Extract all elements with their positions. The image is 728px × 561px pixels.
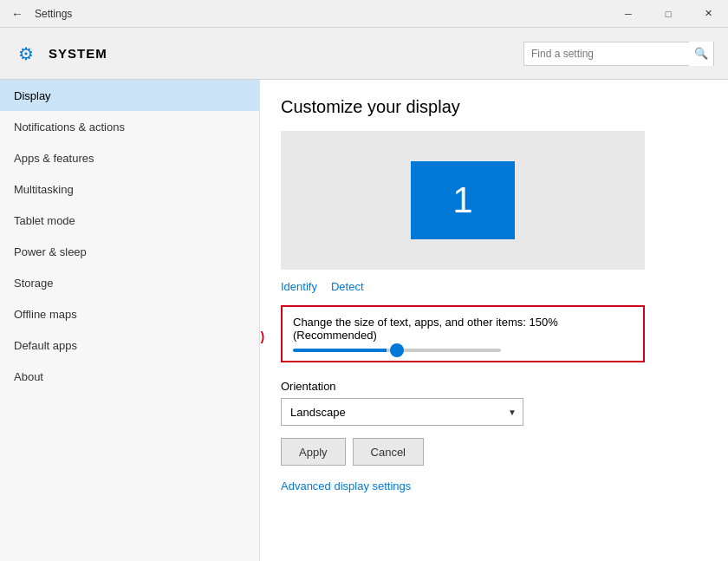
sidebar-item-label: Default apps	[14, 339, 77, 352]
orientation-select[interactable]: Landscape Portrait Landscape (flipped) P…	[281, 398, 523, 426]
minimize-button[interactable]: ─	[608, 0, 648, 28]
sidebar-item-label: Storage	[14, 277, 54, 290]
scale-label: Change the size of text, apps, and other…	[293, 316, 633, 342]
content-area: Customize your display 1 Identify Detect…	[260, 80, 728, 561]
main-layout: Display Notifications & actions Apps & f…	[0, 80, 728, 561]
restore-button[interactable]: □	[648, 0, 688, 28]
sidebar-item-label: Multitasking	[14, 183, 74, 196]
gear-icon: ⚙	[14, 42, 38, 66]
sidebar-item-display[interactable]: Display	[0, 80, 259, 111]
detect-link[interactable]: Detect	[331, 280, 364, 293]
identify-link[interactable]: Identify	[281, 280, 317, 293]
apply-button[interactable]: Apply	[281, 438, 346, 466]
sidebar-item-label: Tablet mode	[14, 214, 75, 227]
titlebar-title: Settings	[35, 8, 72, 20]
display-preview: 1	[281, 131, 645, 270]
header-left: ⚙ SYSTEM	[14, 42, 107, 66]
titlebar-left: ← Settings	[7, 3, 72, 24]
search-box[interactable]: 🔍	[523, 42, 714, 66]
close-button[interactable]: ✕	[688, 0, 728, 28]
search-input[interactable]	[524, 48, 689, 60]
sidebar-item-label: Notifications & actions	[14, 121, 125, 134]
search-button[interactable]: 🔍	[689, 42, 713, 66]
sidebar-item-storage[interactable]: Storage	[0, 267, 259, 298]
advanced-display-link[interactable]: Advanced display settings	[281, 479, 411, 493]
annotation-label: (2)	[260, 329, 264, 343]
page-title: Customize your display	[281, 97, 707, 117]
titlebar-controls: ─ □ ✕	[608, 0, 728, 28]
sidebar-item-about[interactable]: About	[0, 361, 259, 392]
sidebar-item-label: About	[14, 370, 43, 383]
sidebar-item-power[interactable]: Power & sleep	[0, 236, 259, 267]
titlebar: ← Settings ─ □ ✕	[0, 0, 728, 28]
sidebar-item-multitasking[interactable]: Multitasking	[0, 173, 259, 205]
orientation-label: Orientation	[281, 380, 645, 393]
sidebar-item-label: Apps & features	[14, 152, 94, 165]
cancel-button[interactable]: Cancel	[353, 438, 424, 466]
sidebar-item-label: Power & sleep	[14, 245, 87, 258]
sidebar-item-notifications[interactable]: Notifications & actions	[0, 111, 259, 142]
scale-slider[interactable]	[293, 349, 501, 352]
scale-section: Change the size of text, apps, and other…	[281, 305, 645, 362]
sidebar-item-tablet[interactable]: Tablet mode	[0, 205, 259, 236]
sidebar-item-label: Offline maps	[14, 308, 77, 321]
sidebar-item-default-apps[interactable]: Default apps	[0, 329, 259, 361]
monitor-box: 1	[411, 161, 515, 239]
orientation-section: Orientation Landscape Portrait Landscape…	[281, 380, 645, 426]
links-row: Identify Detect	[281, 280, 707, 293]
sidebar-item-apps[interactable]: Apps & features	[0, 142, 259, 173]
back-button[interactable]: ←	[7, 3, 28, 24]
sidebar-item-label: Display	[14, 89, 51, 102]
orientation-select-wrapper: Landscape Portrait Landscape (flipped) P…	[281, 398, 523, 426]
sidebar-item-offline-maps[interactable]: Offline maps	[0, 298, 259, 329]
app-header: ⚙ SYSTEM 🔍	[0, 28, 728, 80]
system-title: SYSTEM	[49, 46, 107, 61]
sidebar: Display Notifications & actions Apps & f…	[0, 80, 260, 561]
slider-container	[293, 349, 633, 352]
buttons-row: Apply Cancel	[281, 438, 707, 466]
monitor-number: 1	[452, 179, 472, 221]
